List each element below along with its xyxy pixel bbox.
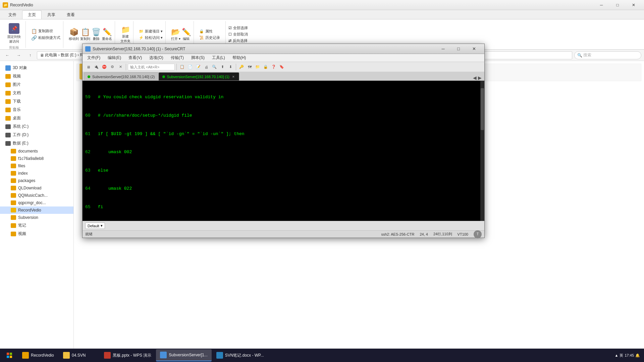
sidebar-item-drive-c[interactable]: 系统 (C:)	[0, 122, 73, 131]
sidebar-item-pictures[interactable]: 图片	[0, 80, 73, 89]
sidebar-item-drive-e[interactable]: 数据 (E:)	[0, 139, 73, 147]
sidebar-item-packages[interactable]: packages	[0, 177, 73, 184]
toolbar-btn-key[interactable]: 🔑	[238, 63, 245, 71]
menu-help[interactable]: 帮助(H)	[229, 54, 250, 61]
edit-btn[interactable]: ✏️ 编辑	[182, 28, 191, 41]
toolbar-btn-sftp[interactable]: 📁	[254, 63, 261, 71]
sidebar-item-video[interactable]: 视频	[0, 72, 73, 80]
menu-file[interactable]: 文件(F)	[84, 54, 104, 61]
tab-next[interactable]: ▶	[478, 75, 482, 80]
tray-lang[interactable]: 英	[620, 353, 623, 358]
securecrt-maximize[interactable]: □	[451, 44, 466, 54]
menu-tools[interactable]: 工具(L)	[209, 54, 228, 61]
sidebar-item-docs[interactable]: 文档	[0, 89, 73, 97]
pin-button[interactable]: 📌 固定到快 速访问	[5, 22, 23, 45]
toolbar-btn-copy[interactable]: 📋	[178, 63, 186, 71]
tab-share[interactable]: 共享	[42, 10, 61, 19]
minimize-button[interactable]: ─	[594, 0, 609, 10]
sidebar-item-drive-d[interactable]: 工作 (D:)	[0, 131, 73, 139]
copy-path-btn[interactable]: 📋复制路径	[31, 28, 60, 34]
securecrt-minimize[interactable]: ─	[435, 44, 451, 54]
securecrt-close[interactable]: ✕	[466, 44, 482, 54]
close-button[interactable]: ✕	[626, 0, 641, 10]
toolbar-btn-new[interactable]: 🖥	[85, 63, 92, 71]
taskbar-item-svn[interactable]: 04.SVN	[59, 349, 99, 361]
maximize-button[interactable]: □	[610, 0, 625, 10]
menu-options[interactable]: 选项(O)	[146, 54, 166, 61]
sidebar-item-3d[interactable]: 3D 对象	[0, 64, 73, 72]
taskbar-item-securecrt[interactable]: SubversionServer[1...	[156, 349, 211, 361]
tab-prev[interactable]: ◀	[473, 75, 477, 80]
back-button[interactable]: ←	[3, 51, 12, 60]
toolbar-btn-connect[interactable]: 🔌	[93, 63, 100, 71]
toolbar-btn-help[interactable]: ❓	[270, 63, 277, 71]
toolbar-btn-bookmark[interactable]: 🔖	[278, 63, 285, 71]
menu-script[interactable]: 脚本(S)	[188, 54, 208, 61]
sidebar-item-subversion[interactable]: Subversion	[0, 214, 73, 221]
easy-access-btn[interactable]: ⚡轻松访问 ▾	[139, 35, 163, 40]
menu-edit[interactable]: 编辑(E)	[104, 54, 124, 61]
menu-transfer[interactable]: 传输(T)	[167, 54, 187, 61]
taskbar-item-recordvedio[interactable]: RecordVedio	[18, 349, 58, 361]
tab-close-btn[interactable]: ✕	[231, 75, 235, 79]
tray-notification[interactable]: 🔔	[635, 353, 640, 358]
session-tab-2[interactable]: SubversionServer[192.168.70.140] (1) ✕	[159, 72, 239, 80]
session-tab-1[interactable]: SubversionServer[192.168.70.140] (2)	[84, 72, 159, 80]
up-button[interactable]: ↑	[25, 51, 35, 60]
toolbar-btn-paste[interactable]: 📄	[186, 63, 194, 71]
rename-btn[interactable]: ✏️ 重命名	[102, 28, 112, 41]
music-folder-icon	[5, 108, 11, 112]
sidebar-item-f1c[interactable]: f1c76a9a8eb8	[0, 155, 73, 162]
copy-to-btn[interactable]: 📋 复制到	[80, 28, 90, 41]
tab-home[interactable]: 主页	[22, 10, 42, 19]
sidebar-item-documents[interactable]: documents	[0, 147, 73, 155]
menu-view[interactable]: 查看(V)	[125, 54, 145, 61]
start-button[interactable]	[1, 349, 17, 361]
sidebar-item-notes[interactable]: 笔记	[0, 221, 73, 230]
new-folder-btn[interactable]: 📁新建项目 ▾	[139, 29, 163, 34]
forward-button[interactable]: →	[14, 51, 23, 60]
sidebar-item-qqmusic[interactable]: QQMusicCach...	[0, 192, 73, 199]
sidebar-item-downloads[interactable]: 下载	[0, 97, 73, 106]
host-input[interactable]	[128, 64, 175, 70]
select-all-btn[interactable]: ☑全部选择	[228, 25, 248, 31]
sidebar-item-video2[interactable]: 视频	[0, 230, 73, 238]
sidebar-item-desktop[interactable]: 桌面	[0, 114, 73, 122]
taskbar-item-wpsdoc[interactable]: SVN笔记.docx - WP...	[212, 349, 268, 361]
sidebar-item-files[interactable]: files	[0, 162, 73, 170]
delete-btn[interactable]: 🗑️ 删除	[92, 28, 101, 41]
session-selector[interactable]: Default ▾	[85, 223, 105, 229]
toolbar-btn-settings[interactable]: ⚙	[109, 63, 116, 71]
properties-btn[interactable]: 🔒属性	[199, 29, 220, 34]
tab-view[interactable]: 查看	[61, 10, 80, 19]
sidebar-item-index[interactable]: index	[0, 170, 73, 177]
search-bar[interactable]: 🔍 搜索	[574, 51, 641, 59]
toolbar-btn-download[interactable]: ⬇	[227, 63, 234, 71]
toolbar-btn-print[interactable]: 🖨	[203, 63, 210, 71]
toolbar-btn-log[interactable]: 📝	[195, 63, 202, 71]
sidebar-item-qldownload[interactable]: QLDownload	[0, 184, 73, 192]
toolbar-btn-disconnect[interactable]: ⛔	[101, 63, 108, 71]
taskbar-item-wps[interactable]: 黑板.pptx - WPS 演示	[100, 349, 155, 361]
toolbar-btn-close[interactable]: ✕	[117, 63, 124, 71]
toolbar-btn-find[interactable]: 🔍	[211, 63, 218, 71]
tray-expand[interactable]: ▲	[615, 353, 619, 357]
tab-file[interactable]: 文件	[3, 10, 22, 19]
sidebar-item-recordvedio[interactable]: RecordVedio	[0, 206, 73, 214]
move-to-btn[interactable]: 📦 移动到	[69, 28, 79, 41]
new-item-btn[interactable]: 📁 新建 文件夹	[120, 25, 130, 44]
toolbar-btn-upload[interactable]: ⬆	[219, 63, 226, 71]
invert-select-btn[interactable]: ⇄反向选择	[228, 38, 248, 43]
toolbar-btn-map[interactable]: 🗺	[246, 63, 253, 71]
paste-shortcut-btn[interactable]: 🔗粘贴快捷方式	[31, 35, 60, 41]
select-none-btn[interactable]: ☐全部取消	[228, 32, 248, 37]
toolbar-btn-lock[interactable]: 🔒	[262, 63, 269, 71]
sidebar-item-qqpcmgr[interactable]: qqpcmgr_doc...	[0, 199, 73, 206]
terminal-area[interactable]: 59 # You could check uidgid reservation …	[83, 81, 484, 221]
history-btn[interactable]: 📜历史记录	[199, 35, 220, 40]
terminal-scroll-thumb[interactable]	[481, 88, 484, 130]
svg-rect-0	[7, 353, 9, 355]
terminal-scrollbar[interactable]	[480, 81, 484, 221]
sidebar-item-music[interactable]: 音乐	[0, 106, 73, 114]
open-btn[interactable]: 📂 打开 ▾	[171, 28, 180, 41]
